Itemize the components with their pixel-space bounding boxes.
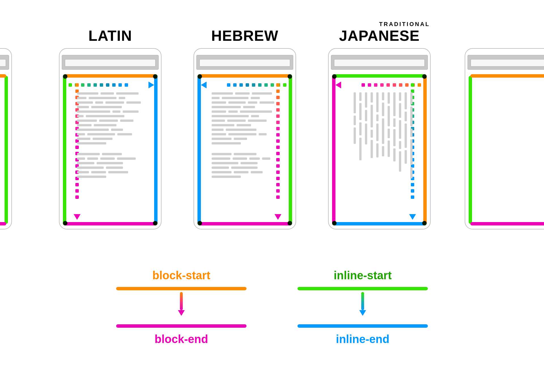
content-area [334, 76, 425, 224]
bar-inline-end [298, 324, 428, 328]
corner-dot [153, 74, 158, 79]
corner-dot [332, 221, 337, 225]
edge-block-start [0, 74, 6, 78]
label-inline-end: inline-end [289, 333, 436, 346]
subtitle-japanese: TRADITIONAL [379, 21, 430, 27]
arrow-inline [361, 292, 365, 316]
corner-dot [422, 221, 427, 225]
content-area [470, 76, 544, 224]
placeholder-text [77, 92, 143, 210]
browser-chrome [0, 55, 9, 70]
corner-dot [197, 74, 202, 79]
device-hebrew [194, 48, 296, 229]
edge-inline-start [289, 76, 292, 224]
device-latin [59, 48, 162, 229]
legend-block: block-start block-end [108, 269, 255, 346]
title-latin: LATIN [59, 27, 162, 44]
edge-inline-end [197, 76, 201, 224]
edge-inline-start [334, 74, 425, 78]
label-block-start: block-start [108, 269, 255, 282]
bar-inline-start [298, 287, 428, 290]
corner-dot [288, 221, 292, 225]
edge-block-end [470, 222, 544, 225]
edge-inline-start [469, 76, 472, 224]
label-inline-start: inline-start [289, 269, 436, 282]
inline-flow-arrow [207, 83, 286, 87]
placeholder-text [346, 92, 413, 210]
edge-inline-start [5, 76, 8, 224]
content-area [0, 76, 6, 224]
content-area [199, 76, 290, 224]
edge-block-end [0, 222, 6, 225]
legend-inline: inline-start inline-end [289, 269, 436, 346]
browser-chrome [62, 55, 159, 70]
browser-chrome [468, 55, 544, 70]
title-hebrew: HEBREW [194, 27, 296, 44]
edge-block-start [65, 74, 156, 78]
content-area [65, 76, 156, 224]
edge-block-start [470, 74, 544, 78]
device-partial-right [465, 48, 544, 229]
diagram-stage: LATIN [0, 0, 544, 392]
corner-dot [197, 221, 202, 225]
bar-block-end [116, 324, 246, 328]
corner-dot [153, 221, 158, 225]
edge-block-end [65, 222, 156, 225]
edge-block-start [423, 76, 427, 224]
label-block-end: block-end [108, 333, 255, 346]
edge-inline-start [63, 76, 66, 224]
edge-block-start [199, 74, 290, 78]
corner-dot [422, 74, 427, 79]
browser-chrome [196, 55, 293, 70]
corner-dot [288, 74, 292, 79]
edge-inline-end [334, 222, 425, 225]
corner-dot [332, 74, 337, 79]
bar-block-start [116, 287, 246, 290]
device-partial-left [0, 48, 12, 229]
corner-dot [63, 74, 67, 79]
browser-chrome [331, 55, 428, 70]
corner-dot [63, 221, 67, 225]
title-japanese: JAPANESE [328, 27, 431, 44]
edge-block-end [199, 222, 290, 225]
edge-inline-end [154, 76, 158, 224]
arrow-block [179, 292, 183, 316]
inline-flow-arrow [69, 83, 148, 87]
device-japanese [328, 48, 431, 229]
block-flow-arrow [342, 83, 421, 87]
edge-block-end [332, 76, 335, 224]
placeholder-text [212, 92, 278, 210]
